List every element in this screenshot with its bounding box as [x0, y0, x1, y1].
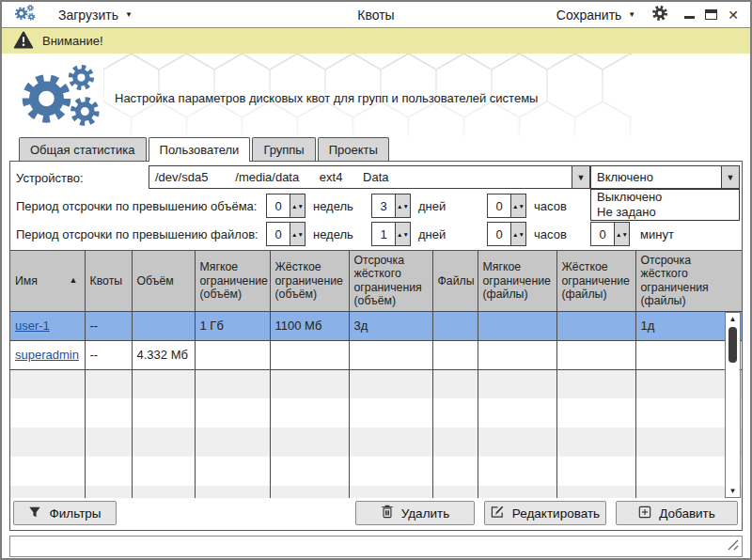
sort-ascending-icon: ▲ — [70, 275, 80, 286]
stepper-value: 0 — [488, 194, 510, 217]
tab-label: Группы — [263, 143, 304, 157]
table-cell: -- — [85, 311, 132, 340]
stepper-arrows-icon[interactable]: ▲▼ — [510, 223, 525, 245]
table-cell — [349, 340, 432, 369]
stepper-value: 0 — [267, 194, 290, 217]
stepper-arrows-icon[interactable]: ▲▼ — [395, 194, 410, 217]
table-cell: superadmin — [10, 340, 85, 369]
column-header[interactable]: Жёсткое ограничение (файлы) — [556, 251, 635, 311]
files-minutes-stepper[interactable]: 0 ▲▼ — [590, 222, 630, 246]
delete-button[interactable]: Удалить — [355, 501, 475, 525]
table-row[interactable]: superadmin--4.332 Мб — [10, 340, 742, 369]
filters-label: Фильтры — [49, 506, 101, 521]
delete-label: Удалить — [401, 506, 450, 521]
scroll-up-icon[interactable]: ▲ — [729, 313, 737, 325]
column-header[interactable]: Отсрочка жёсткого ограничения (объём) — [349, 251, 432, 311]
user-link[interactable]: superadmin — [15, 348, 79, 362]
column-header[interactable]: Файлы — [432, 251, 478, 311]
files-hours-stepper[interactable]: 0 ▲▼ — [487, 222, 526, 246]
quota-controls: Устройство: /dev/sda5 /media/data ext4 D… — [10, 162, 742, 250]
column-header[interactable]: Отсрочка жёсткого ограничения (файлы) — [635, 251, 742, 311]
files-weeks-stepper[interactable]: 0 ▲▼ — [266, 222, 306, 246]
page-header: Настройка параметров дисковых квот для г… — [2, 54, 750, 136]
filter-funnel-icon — [28, 506, 41, 521]
volume-days-stepper[interactable]: 3 ▲▼ — [371, 194, 411, 218]
minimize-button[interactable] — [684, 16, 695, 19]
column-header[interactable]: Жёсткое ограничение (объём) — [270, 251, 349, 311]
resize-grip[interactable] — [728, 537, 739, 554]
table-cell: user-1 — [10, 311, 85, 340]
vertical-scrollbar[interactable]: ▲ ▼ — [725, 312, 741, 498]
table-cell: 4.332 Мб — [132, 340, 195, 369]
device-combobox[interactable]: /dev/sda5 /media/data ext4 Data ▼ — [149, 165, 590, 189]
users-tab-panel: Устройство: /dev/sda5 /media/data ext4 D… — [9, 161, 743, 531]
volume-hours-stepper[interactable]: 0 ▲▼ — [487, 194, 526, 218]
dropdown-option-notset[interactable]: Не задано — [591, 205, 739, 220]
save-menu-button[interactable]: Сохранить ▼ — [556, 8, 636, 23]
minutes-unit: минут — [640, 227, 674, 241]
tab-label: Проекты — [329, 143, 378, 157]
chevron-down-icon[interactable]: ▼ — [572, 166, 589, 188]
gears-illustration — [15, 62, 109, 133]
quota-state-value: Включено — [591, 166, 721, 188]
device-value: /dev/sda5 /media/data ext4 Data — [149, 166, 572, 188]
stepper-value: 3 — [372, 194, 395, 217]
restore-button[interactable] — [705, 7, 717, 23]
tab-users[interactable]: Пользователи — [149, 137, 251, 162]
empty-row — [10, 457, 742, 486]
close-button[interactable]: ✕ — [728, 8, 739, 22]
column-header-label: Имя — [15, 274, 38, 288]
column-header[interactable]: Мягкое ограничение (объём) — [195, 251, 270, 311]
tab-projects[interactable]: Проекты — [318, 137, 389, 161]
table-cell: -- — [85, 340, 132, 369]
table-cell — [432, 340, 478, 369]
table-cell — [195, 340, 270, 369]
tab-label: Пользователи — [160, 143, 240, 157]
trash-icon — [381, 505, 394, 521]
add-button[interactable]: Добавить — [616, 501, 738, 525]
table-cell: 1100 Мб — [270, 311, 349, 340]
action-bar: Фильтры Удалить — [10, 496, 742, 530]
table-header-row: Имя▲КвотыОбъёмМягкое ограничение (объём)… — [10, 251, 742, 311]
warning-banner: Внимание! — [2, 28, 750, 54]
quota-state-combobox[interactable]: Включено ▼ — [590, 165, 740, 189]
column-header[interactable]: Объём — [132, 251, 195, 311]
stepper-arrows-icon[interactable]: ▲▼ — [290, 223, 305, 245]
chevron-down-icon[interactable]: ▼ — [721, 166, 739, 188]
tab-label: Общая статистика — [30, 143, 135, 157]
scrollbar-thumb[interactable] — [728, 327, 737, 363]
scroll-down-icon[interactable]: ▼ — [729, 485, 737, 497]
tab-groups[interactable]: Группы — [252, 137, 315, 161]
table-cell — [270, 340, 349, 369]
app-gears-icon — [13, 4, 38, 25]
dropdown-option-disabled[interactable]: Выключено — [591, 190, 739, 205]
column-header[interactable]: Имя▲ — [10, 251, 85, 311]
stepper-arrows-icon[interactable]: ▲▼ — [510, 194, 525, 217]
load-menu-button[interactable]: Загрузить ▼ — [58, 8, 133, 23]
column-header[interactable]: Квоты — [85, 251, 132, 311]
stepper-arrows-icon[interactable]: ▲▼ — [290, 194, 305, 217]
files-days-stepper[interactable]: 1 ▲▼ — [371, 222, 411, 246]
hours-unit: часов — [534, 227, 567, 241]
filters-button[interactable]: Фильтры — [13, 501, 117, 525]
stepper-value: 1 — [372, 223, 395, 245]
table-row[interactable]: user-1--1 Гб1100 Мб3д1д — [10, 311, 742, 340]
stepper-arrows-icon[interactable]: ▲▼ — [395, 223, 410, 245]
page-description: Настройка параметров дисковых квот для г… — [115, 91, 538, 105]
table-cell — [556, 311, 635, 340]
weeks-unit: недель — [313, 227, 353, 241]
stepper-arrows-icon[interactable]: ▲▼ — [614, 223, 629, 245]
save-menu-label: Сохранить — [556, 8, 622, 23]
quota-table: Имя▲КвотыОбъёмМягкое ограничение (объём)… — [10, 250, 742, 498]
tab-general-statistics[interactable]: Общая статистика — [19, 137, 147, 161]
warning-triangle-icon — [13, 31, 34, 52]
warning-text: Внимание! — [42, 34, 103, 48]
user-link[interactable]: user-1 — [15, 319, 50, 333]
stepper-value: 0 — [267, 223, 290, 245]
column-header[interactable]: Мягкое ограничение (файлы) — [478, 251, 556, 311]
volume-weeks-stepper[interactable]: 0 ▲▼ — [266, 194, 306, 218]
days-unit: дней — [418, 199, 446, 213]
edit-button[interactable]: Редактировать — [484, 501, 606, 525]
app-window: Квоты Загрузить ▼ — [0, 0, 752, 560]
settings-gear-icon[interactable] — [651, 5, 668, 25]
